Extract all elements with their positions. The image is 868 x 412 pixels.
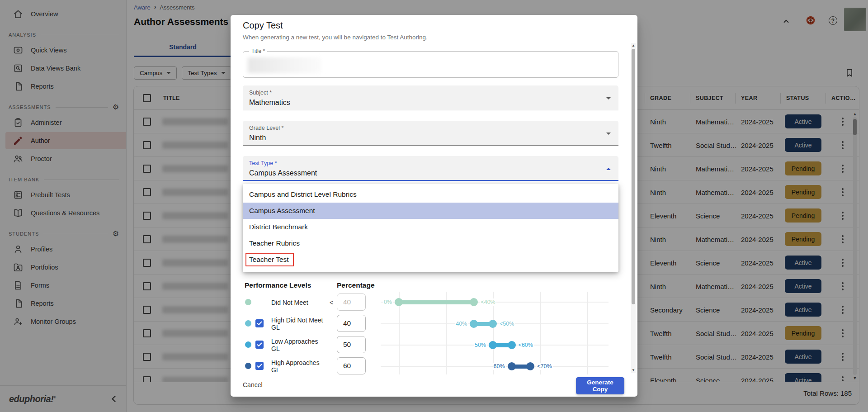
performance-slider-chart: 0%<40%40%<50%50%<60%60%<70% — [381, 281, 619, 374]
title-field-label: Title * — [249, 48, 267, 54]
slider-left-label: 0% — [383, 298, 393, 306]
slider-handle[interactable] — [470, 298, 478, 306]
chevron-up-icon — [606, 168, 611, 170]
level-checkbox[interactable] — [255, 341, 264, 349]
scrollbar-down-icon[interactable]: ▼ — [631, 368, 636, 373]
grade-level-label: Grade Level * — [249, 125, 283, 131]
subject-label: Subject * — [249, 90, 272, 96]
percentage-input-low-approaches-gl[interactable] — [337, 336, 366, 353]
performance-level-row-high-did-not-meet-gl: High Did Not Meet GL — [231, 313, 380, 334]
dropdown-option-teacher-test[interactable]: Teacher Test — [243, 251, 618, 268]
level-label: High Approaches GL — [271, 355, 328, 377]
slider-handle[interactable] — [489, 341, 497, 349]
percentage-header: Percentage — [337, 281, 375, 289]
slider-handle[interactable] — [470, 320, 478, 328]
slider-left-label: 60% — [493, 363, 506, 370]
modal-scrollbar[interactable]: ▲ ▼ — [631, 43, 636, 373]
level-label: Did Not Meet — [271, 292, 328, 313]
level-color-dot — [245, 341, 251, 348]
slider-handle[interactable] — [395, 298, 403, 306]
performance-level-row-did-not-meet: Did Not Meet< — [231, 292, 380, 313]
dropdown-option-teacher-rubrics[interactable]: Teacher Rubrics — [243, 235, 618, 251]
slider-handle[interactable] — [508, 341, 516, 349]
slider-right-label: <40% — [480, 298, 496, 306]
option-label: Campus Assessment — [249, 207, 315, 215]
annotated-option-label: Teacher Test — [245, 253, 294, 266]
option-label: Teacher Rubrics — [249, 239, 300, 247]
title-field-redacted-value — [248, 57, 321, 73]
level-checkbox[interactable] — [255, 319, 264, 327]
grade-level-value: Ninth — [249, 134, 266, 142]
performance-level-row-high-approaches-gl: High Approaches GL — [231, 355, 380, 377]
test-type-dropdown-menu: Campus and District Level RubricsCampus … — [243, 184, 618, 272]
title-field[interactable]: Title * — [243, 51, 618, 78]
modal-scrollbar-thumb[interactable] — [632, 49, 635, 304]
percentage-input-high-approaches-gl[interactable] — [337, 357, 366, 374]
percentage-input-did-not-meet — [337, 294, 366, 311]
chevron-down-icon — [606, 97, 611, 99]
level-label: High Did Not Meet GL — [271, 313, 328, 334]
generate-copy-button[interactable]: Generate Copy — [576, 377, 624, 394]
dropdown-option-campus-assessment[interactable]: Campus Assessment — [243, 203, 618, 219]
performance-levels-header: Performance Levels — [245, 281, 311, 289]
level-checkbox[interactable] — [255, 362, 264, 370]
slider-handle[interactable] — [508, 362, 516, 370]
dropdown-option-district-benchmark[interactable]: District Benchmark — [243, 219, 618, 235]
percentage-input-high-did-not-meet-gl[interactable] — [337, 315, 366, 332]
slider-handle[interactable] — [526, 362, 534, 370]
app-root: Aware › Assessments Author Assessments S… — [0, 0, 868, 412]
modal-title: Copy Test — [243, 20, 283, 31]
slider-right-label: <60% — [518, 341, 534, 349]
slider-left-label: 40% — [455, 320, 468, 327]
option-label: District Benchmark — [249, 223, 308, 231]
level-color-dot — [245, 320, 251, 327]
level-color-dot — [245, 299, 251, 305]
less-than-symbol: < — [328, 292, 335, 313]
subject-value: Mathematics — [249, 99, 290, 107]
cancel-button[interactable]: Cancel — [243, 381, 263, 388]
test-type-value: Campus Assessment — [249, 169, 317, 177]
grade-level-select[interactable]: Grade Level * Ninth — [243, 121, 618, 146]
slider-right-label: <50% — [499, 320, 515, 327]
level-label: Low Approaches GL — [271, 334, 328, 355]
slider-range-bar — [399, 300, 474, 304]
performance-level-row-low-approaches-gl: Low Approaches GL — [231, 334, 380, 355]
test-type-select[interactable]: Test Type * Campus Assessment — [243, 156, 618, 181]
test-type-label: Test Type * — [249, 160, 277, 166]
slider-right-label: <70% — [536, 363, 552, 370]
slider-handle[interactable] — [489, 320, 497, 328]
chevron-down-icon — [606, 133, 611, 135]
level-color-dot — [245, 363, 251, 369]
option-label: Campus and District Level Rubrics — [249, 190, 357, 199]
modal-subtitle: When generating a new test, you will be … — [243, 34, 428, 41]
scrollbar-up-icon[interactable]: ▲ — [631, 43, 636, 48]
slider-left-label: 50% — [474, 341, 487, 349]
dropdown-option-campus-and-district-level-rubrics[interactable]: Campus and District Level Rubrics — [243, 186, 618, 203]
subject-select[interactable]: Subject * Mathematics — [243, 85, 618, 111]
